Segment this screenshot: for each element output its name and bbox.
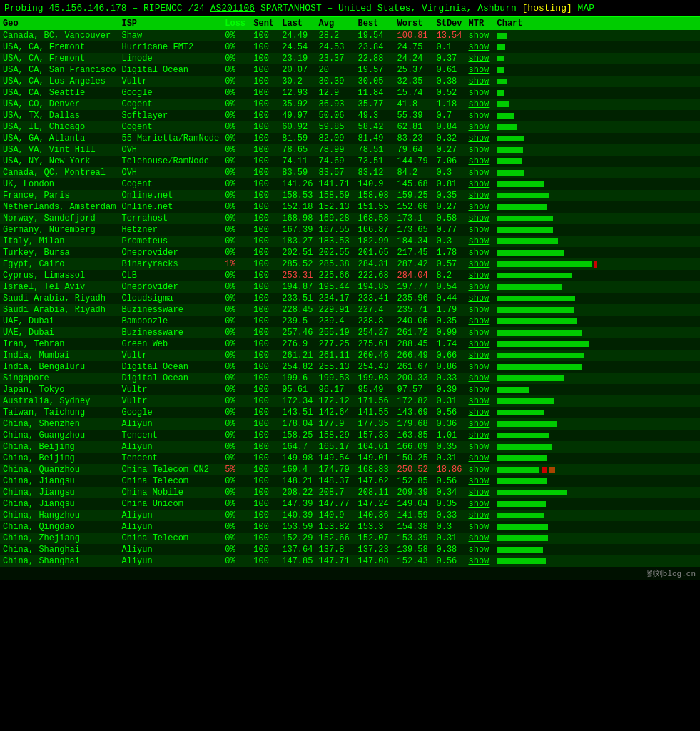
cell-isp: Online.net: [118, 190, 222, 201]
cell-last: 74.11: [279, 156, 315, 167]
table-row: Canada, QC, Montreal OVH 0% 100 83.59 83…: [0, 167, 700, 178]
cell-mtr[interactable]: show: [465, 441, 494, 453]
table-row: China, Jiangsu China Telecom 0% 100 148.…: [0, 475, 700, 487]
cell-chart: [494, 361, 700, 373]
cell-chart: [494, 53, 700, 64]
cell-mtr[interactable]: show: [465, 190, 494, 201]
cell-loss: 0%: [222, 384, 250, 395]
cell-chart: [494, 236, 700, 247]
cell-mtr[interactable]: show: [465, 510, 494, 521]
cell-chart: [494, 247, 700, 258]
cell-mtr[interactable]: show: [465, 87, 494, 99]
cell-mtr[interactable]: show: [465, 247, 494, 258]
cell-last: 202.51: [279, 247, 315, 258]
cell-geo: Canada, QC, Montreal: [0, 167, 118, 178]
cell-mtr[interactable]: show: [465, 521, 494, 533]
cell-worst: 250.52: [394, 464, 433, 475]
cell-mtr[interactable]: show: [465, 361, 494, 373]
cell-sent: 100: [250, 338, 279, 350]
cell-mtr[interactable]: show: [465, 53, 494, 64]
cell-stdev: 0.58: [433, 213, 465, 224]
cell-mtr[interactable]: show: [465, 64, 494, 76]
watermark-text: 劉刘blog.cn: [647, 570, 696, 578]
cell-stdev: 0.57: [433, 258, 465, 270]
cell-geo: Germany, Nuremberg: [0, 224, 118, 236]
cell-mtr[interactable]: show: [465, 213, 494, 224]
cell-mtr[interactable]: show: [465, 430, 494, 441]
cell-mtr[interactable]: show: [465, 201, 494, 213]
cell-mtr[interactable]: show: [465, 133, 494, 144]
cell-mtr[interactable]: show: [465, 316, 494, 327]
cell-last: 140.39: [279, 510, 315, 521]
cell-mtr[interactable]: show: [465, 121, 494, 133]
cell-mtr[interactable]: show: [465, 178, 494, 190]
cell-mtr[interactable]: show: [465, 373, 494, 384]
table-row: China, Jiangsu China Mobile 0% 100 208.2…: [0, 487, 700, 498]
asn-link[interactable]: AS201106: [210, 3, 255, 14]
cell-mtr[interactable]: show: [465, 236, 494, 247]
cell-chart: [494, 41, 700, 53]
cell-mtr[interactable]: show: [465, 555, 494, 567]
cell-mtr[interactable]: show: [465, 498, 494, 510]
cell-stdev: 0.3: [433, 167, 465, 178]
cell-mtr[interactable]: show: [465, 407, 494, 418]
cell-isp: Telehouse/RamNode: [118, 156, 222, 167]
cell-mtr[interactable]: show: [465, 384, 494, 395]
cell-sent: 100: [250, 430, 279, 441]
cell-mtr[interactable]: show: [465, 167, 494, 178]
cell-mtr[interactable]: show: [465, 41, 494, 53]
cell-mtr[interactable]: show: [465, 110, 494, 121]
cell-worst: 179.68: [394, 418, 433, 430]
map-link[interactable]: MAP: [578, 3, 594, 14]
cell-mtr[interactable]: show: [465, 76, 494, 87]
cell-mtr[interactable]: show: [465, 453, 494, 464]
cell-mtr[interactable]: show: [465, 99, 494, 110]
cell-loss: 0%: [222, 30, 250, 41]
cell-worst: 261.67: [394, 361, 433, 373]
cell-mtr[interactable]: show: [465, 338, 494, 350]
cell-sent: 100: [250, 201, 279, 213]
cell-mtr[interactable]: show: [465, 533, 494, 544]
cell-isp: Bamboozle: [118, 316, 222, 327]
cell-avg: 24.53: [315, 41, 355, 53]
cell-mtr[interactable]: show: [465, 224, 494, 236]
table-row: China, Beijing Aliyun 0% 100 164.7 165.1…: [0, 441, 700, 453]
cell-mtr[interactable]: show: [465, 395, 494, 407]
cell-chart: [494, 533, 700, 544]
cell-isp: Oneprovider: [118, 247, 222, 258]
cell-sent: 100: [250, 213, 279, 224]
cell-mtr[interactable]: show: [465, 304, 494, 316]
table-row: USA, GA, Atlanta 55 Marietta/RamNode 0% …: [0, 133, 700, 144]
cell-mtr[interactable]: show: [465, 475, 494, 487]
table-row: USA, CA, Los Angeles Vultr 0% 100 30.2 3…: [0, 76, 700, 87]
cell-avg: 255.19: [315, 327, 355, 338]
cell-mtr[interactable]: show: [465, 144, 494, 156]
cell-avg: 158.29: [315, 430, 355, 441]
cell-mtr[interactable]: show: [465, 544, 494, 555]
cell-mtr[interactable]: show: [465, 156, 494, 167]
cell-last: 285.52: [279, 258, 315, 270]
cell-best: 164.61: [355, 441, 394, 453]
cell-mtr[interactable]: show: [465, 327, 494, 338]
cell-sent: 100: [250, 76, 279, 87]
cell-worst: 152.66: [394, 201, 433, 213]
cell-mtr[interactable]: show: [465, 350, 494, 361]
cell-mtr[interactable]: show: [465, 293, 494, 304]
cell-isp: Google: [118, 407, 222, 418]
col-header-mtr: MTR: [465, 17, 494, 30]
cell-mtr[interactable]: show: [465, 258, 494, 270]
probe-text: Probing 45.156.146.178 – RIPENCC /24: [4, 3, 210, 14]
cell-mtr[interactable]: show: [465, 464, 494, 475]
cell-mtr[interactable]: show: [465, 270, 494, 281]
cell-last: 83.59: [279, 167, 315, 178]
cell-mtr[interactable]: show: [465, 281, 494, 293]
cell-worst: 150.25: [394, 453, 433, 464]
cell-avg: 137.8: [315, 544, 355, 555]
hosting-badge[interactable]: [hosting]: [522, 3, 572, 14]
cell-mtr[interactable]: show: [465, 30, 494, 41]
cell-sent: 100: [250, 156, 279, 167]
cell-mtr[interactable]: show: [465, 487, 494, 498]
cell-best: 201.65: [355, 247, 394, 258]
cell-best: 147.08: [355, 555, 394, 567]
cell-mtr[interactable]: show: [465, 418, 494, 430]
